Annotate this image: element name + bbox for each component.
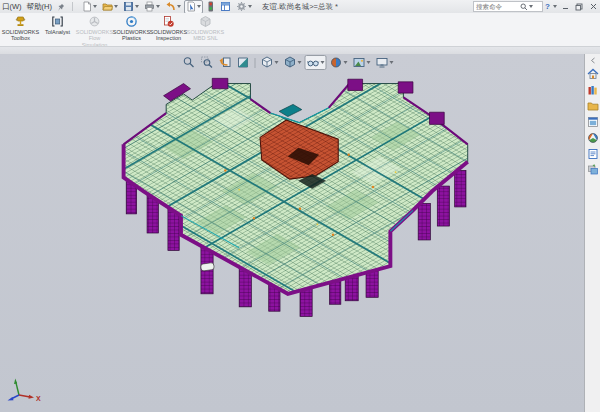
taskpane-solidworks-resources[interactable]: [586, 67, 599, 80]
options-button[interactable]: [234, 0, 254, 14]
zoom-to-area-button[interactable]: [199, 55, 216, 70]
model-canvas[interactable]: [0, 54, 600, 412]
triad-z-arrow: [8, 397, 14, 401]
command-manager-ribbon: SOLIDWORKS Toolbox TolAnalyst SOLIDWORKS…: [0, 13, 600, 46]
chevron-down-icon[interactable]: [553, 5, 557, 8]
chevron-down-icon: [197, 5, 201, 8]
ribbon-tolanalyst[interactable]: TolAnalyst: [39, 13, 76, 35]
display-style-icon: [284, 56, 297, 69]
graphics-viewport[interactable]: X: [0, 54, 600, 412]
section-view-button[interactable]: [235, 55, 252, 70]
appearances-sphere-icon: [587, 132, 599, 144]
books-icon: [587, 84, 599, 96]
new-button[interactable]: [80, 0, 99, 14]
toolbox-icon: [14, 15, 27, 28]
chevron-down-icon: [156, 5, 160, 8]
restore-icon: [575, 3, 583, 11]
taskpane-view-palette[interactable]: [586, 115, 599, 128]
zoom-to-fit-button[interactable]: [181, 55, 198, 70]
rebuild-icon: [206, 1, 215, 12]
view-settings-icon: [376, 56, 389, 69]
menu-window[interactable]: 口(W): [2, 2, 22, 12]
undo-icon: [165, 1, 176, 12]
taskpane-file-explorer[interactable]: [586, 99, 599, 112]
select-icon: [186, 1, 196, 12]
ribbon-solidworks-inspection[interactable]: SOLIDWORKS Inspection: [150, 13, 187, 42]
chevron-down-icon: [135, 5, 139, 8]
previous-view-button[interactable]: [217, 55, 234, 70]
chevron-down-icon: [344, 61, 348, 64]
apply-scene-button[interactable]: [351, 55, 373, 70]
chevron-down-icon: [321, 61, 325, 64]
file-properties-icon: [220, 1, 231, 12]
restore-button[interactable]: [573, 1, 585, 12]
heads-up-view-toolbar: [181, 55, 396, 70]
taskpane-solidworks-forum[interactable]: [586, 163, 599, 176]
triad-x-arrow: [29, 395, 35, 399]
chevron-down-icon: [248, 5, 252, 8]
reference-triad: X: [2, 376, 46, 408]
print-icon: [144, 1, 155, 12]
titlebar: 口(W) 帮助(H): [0, 0, 600, 14]
search-icon[interactable]: [520, 3, 528, 11]
search-input[interactable]: [476, 3, 520, 10]
chevron-down-icon[interactable]: [529, 5, 533, 8]
options-gear-icon: [236, 1, 247, 12]
select-button[interactable]: [184, 0, 203, 14]
section-view-icon: [237, 56, 250, 69]
chevron-down-icon: [367, 61, 371, 64]
folder-icon: [587, 100, 599, 112]
rebuild-button[interactable]: [204, 0, 217, 14]
save-icon: [123, 1, 134, 12]
quick-access-toolbar: [80, 0, 254, 14]
view-settings-button[interactable]: [374, 55, 396, 70]
display-style-button[interactable]: [282, 55, 304, 70]
collapse-chevron-icon[interactable]: [589, 57, 597, 64]
taskpane-custom-properties[interactable]: [586, 147, 599, 160]
task-pane-strip: [584, 54, 600, 412]
ribbon-solidworks-plastics[interactable]: SOLIDWORKS Plastics: [113, 13, 150, 42]
open-button[interactable]: [100, 0, 120, 14]
undo-button[interactable]: [163, 0, 183, 14]
file-properties-button[interactable]: [218, 0, 233, 14]
ribbon-solidworks-mbd[interactable]: SOLIDWORKS MBD SNL: [187, 13, 224, 42]
ribbon-solidworks-toolbox[interactable]: SOLIDWORKS Toolbox: [2, 13, 39, 42]
toolbar-separator: [72, 2, 73, 11]
mbd-icon: [199, 15, 212, 28]
previous-view-icon: [219, 56, 232, 69]
solidworks-window: 口(W) 帮助(H): [0, 0, 600, 412]
hud-separator: [255, 58, 256, 68]
triad-x-label: X: [36, 395, 41, 402]
edit-appearance-button[interactable]: [328, 55, 350, 70]
view-orientation-button[interactable]: [259, 55, 281, 70]
chevron-down-icon: [177, 5, 181, 8]
apply-scene-icon: [353, 56, 366, 69]
plastics-icon: [125, 15, 138, 28]
open-icon: [102, 1, 113, 12]
taskpane-appearances-scenes[interactable]: [586, 131, 599, 144]
command-search: [473, 1, 543, 12]
chevron-down-icon: [390, 61, 394, 64]
chevron-down-icon: [114, 5, 118, 8]
close-button[interactable]: [587, 1, 599, 12]
chevron-down-icon: [275, 61, 279, 64]
forum-windows-icon: [587, 164, 599, 176]
print-button[interactable]: [142, 0, 162, 14]
close-icon: [590, 3, 597, 10]
hide-show-items-icon: [307, 56, 320, 69]
zoom-to-fit-icon: [183, 56, 196, 69]
minimize-button[interactable]: [559, 1, 571, 12]
home-icon: [587, 68, 599, 80]
save-button[interactable]: [121, 0, 141, 14]
minimize-icon: [562, 3, 569, 10]
model-deck: [124, 84, 468, 294]
view-palette-icon: [587, 116, 599, 128]
taskpane-design-library[interactable]: [586, 83, 599, 96]
hide-show-items-button[interactable]: [305, 55, 327, 70]
flow-simulation-icon: [88, 15, 101, 28]
help-button[interactable]: ?: [545, 2, 550, 11]
menu-help[interactable]: 帮助(H): [27, 2, 52, 12]
view-orientation-cube-icon: [261, 56, 274, 69]
ribbon-solidworks-flow-simulation[interactable]: SOLIDWORKS Flow Simulation: [76, 13, 113, 48]
chevron-down-icon: [93, 5, 97, 8]
